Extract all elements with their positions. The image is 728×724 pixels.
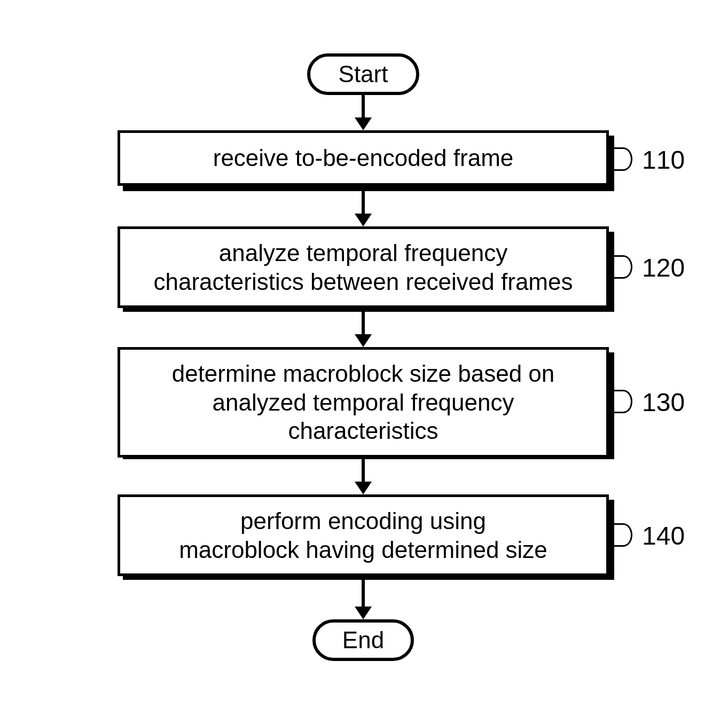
ref-label-140: 140 (642, 521, 685, 550)
process-130-line2: analyzed temporal frequency (213, 389, 514, 415)
ref-label-110: 110 (642, 145, 685, 175)
arrow-head-icon (355, 117, 372, 130)
start-terminator: Start (307, 53, 419, 95)
arrow-140-to-end (59, 575, 668, 619)
arrow-line (362, 95, 365, 117)
process-140-wrap: perform encoding using macroblock having… (118, 494, 609, 575)
ref-connector-curve (614, 523, 632, 547)
process-120-line1: analyze temporal frequency (219, 240, 508, 266)
process-120-text: analyze temporal frequency characteristi… (154, 239, 573, 296)
process-140: perform encoding using macroblock having… (118, 494, 609, 576)
process-130-line3: characteristics (288, 418, 438, 444)
process-130-wrap: determine macroblock size based on analy… (118, 347, 609, 454)
arrow-120-to-130 (59, 306, 668, 347)
process-140-text: perform encoding using macroblock having… (179, 507, 547, 564)
process-140-line1: perform encoding using (240, 508, 486, 534)
process-130-line1: determine macroblock size based on (172, 360, 555, 387)
ref-connector-curve (614, 390, 632, 413)
process-120: analyze temporal frequency characteristi… (118, 226, 609, 308)
arrow-head-icon (355, 214, 372, 226)
end-label: End (342, 627, 384, 654)
arrow-head-icon (355, 482, 372, 494)
process-130: determine macroblock size based on analy… (118, 347, 609, 458)
arrow-start-to-110 (59, 95, 668, 130)
flowchart: Start receive to-be-encoded frame 110 an… (59, 53, 668, 661)
process-140-line2: macroblock having determined size (179, 537, 547, 563)
ref-connector-curve (614, 255, 632, 279)
arrow-head-icon (355, 607, 372, 619)
process-110-text: receive to-be-encoded frame (213, 144, 514, 172)
ref-label-120: 120 (642, 253, 685, 282)
process-110-wrap: receive to-be-encoded frame 110 (118, 130, 609, 186)
ref-label-130: 130 (642, 388, 685, 417)
arrow-head-icon (355, 334, 372, 347)
end-terminator: End (312, 619, 414, 661)
process-120-line2: characteristics between received frames (154, 269, 573, 295)
process-120-wrap: analyze temporal frequency characteristi… (118, 226, 609, 306)
start-label: Start (339, 61, 388, 88)
ref-connector-curve (614, 147, 632, 171)
arrow-110-to-120 (59, 186, 668, 226)
arrow-130-to-140 (59, 454, 668, 494)
process-130-text: determine macroblock size based on analy… (172, 359, 555, 445)
process-110: receive to-be-encoded frame (118, 130, 609, 186)
